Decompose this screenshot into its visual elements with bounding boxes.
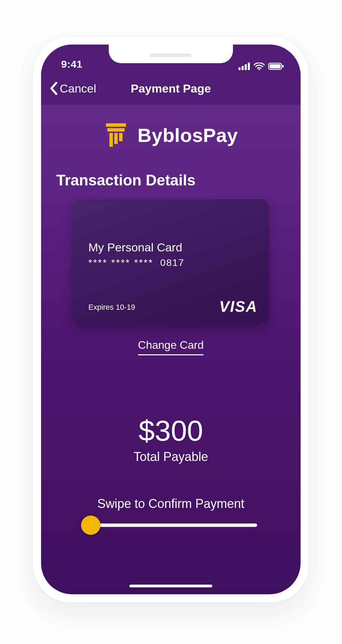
svg-rect-0: [238, 67, 241, 70]
status-time: 9:41: [61, 58, 82, 70]
battery-icon: [268, 63, 284, 70]
cellular-icon: [238, 63, 250, 70]
amount-value: $300: [56, 414, 285, 448]
status-icons: [238, 63, 284, 70]
wifi-icon: [254, 63, 265, 70]
card-number: **** **** **** 0817: [88, 257, 185, 268]
amount-label: Total Payable: [56, 450, 285, 464]
card-expiry: Expires 10-19: [88, 303, 135, 312]
brand-logo-icon: [104, 123, 128, 147]
swipe-slider[interactable]: [85, 523, 257, 527]
payment-summary: $300 Total Payable Swipe to Confirm Paym…: [56, 386, 285, 527]
payment-card[interactable]: My Personal Card **** **** **** 0817 Exp…: [72, 199, 269, 324]
brand-row: ByblosPay: [56, 123, 285, 147]
card-name: My Personal Card: [88, 241, 182, 254]
phone-frame: 9:41: [33, 36, 309, 603]
svg-rect-11: [114, 133, 118, 144]
notch: [109, 45, 233, 63]
svg-rect-8: [106, 123, 126, 127]
swipe-knob[interactable]: [81, 516, 100, 535]
svg-rect-3: [248, 63, 250, 70]
chevron-left-icon: [49, 81, 58, 95]
back-label: Cancel: [60, 82, 96, 95]
card-last4: 0817: [160, 257, 184, 268]
nav-bar: Cancel Payment Page: [41, 72, 301, 105]
brand-name: ByblosPay: [138, 124, 238, 146]
card-network-icon: VISA: [219, 298, 257, 315]
svg-rect-12: [119, 133, 123, 141]
svg-rect-9: [107, 128, 125, 132]
card-masked: **** **** ****: [88, 257, 153, 268]
svg-rect-10: [109, 133, 113, 147]
svg-rect-1: [242, 66, 244, 70]
svg-rect-6: [270, 64, 281, 68]
home-indicator[interactable]: [129, 585, 212, 587]
svg-rect-7: [282, 65, 284, 68]
svg-point-4: [258, 69, 260, 70]
swipe-label: Swipe to Confirm Payment: [56, 497, 285, 511]
page-title: Payment Page: [131, 82, 211, 95]
back-button[interactable]: Cancel: [49, 72, 96, 105]
content: ByblosPay Transaction Details My Persona…: [41, 105, 301, 527]
svg-rect-2: [245, 64, 247, 70]
screen: 9:41: [41, 45, 301, 594]
section-title: Transaction Details: [56, 172, 285, 189]
change-card-link[interactable]: Change Card: [138, 339, 204, 355]
